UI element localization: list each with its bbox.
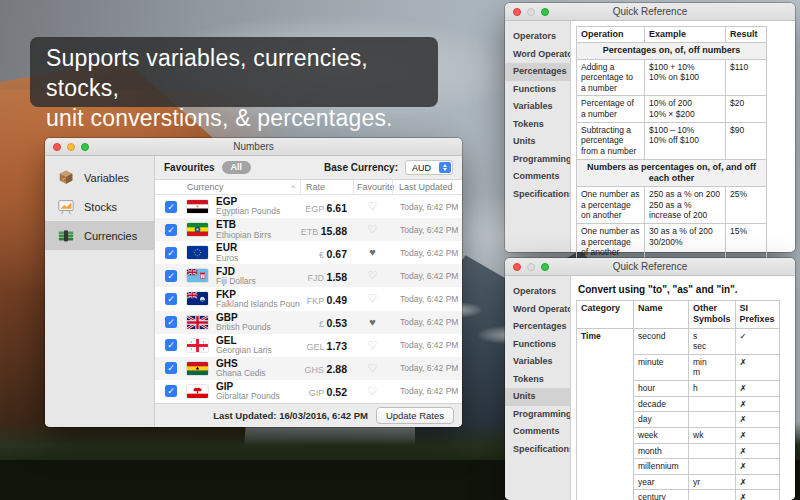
cell-si: ✗ [735, 490, 779, 500]
close-button[interactable] [513, 8, 521, 16]
zoom-button[interactable] [541, 263, 549, 271]
favourite-heart-icon[interactable]: ♡ [353, 201, 392, 212]
currency-row[interactable]: ✓ EUR Euros € 0.67 ♥ Today, 6:42 PM [155, 241, 462, 264]
currency-rate: FKP 0.49 [300, 290, 353, 308]
favourite-heart-icon[interactable]: ♡ [353, 340, 392, 351]
currency-row[interactable]: ✓ GEL Georgian Laris GEL 1.73 ♡ Today, 6… [155, 334, 462, 357]
minimize-button[interactable] [527, 8, 535, 16]
enabled-checkbox[interactable]: ✓ [165, 362, 177, 374]
cell-symbols [689, 459, 736, 475]
favourite-heart-icon[interactable]: ♡ [353, 363, 392, 374]
favourite-heart-icon[interactable]: ♥ [353, 247, 392, 258]
favourite-heart-icon[interactable]: ♡ [353, 386, 392, 397]
enabled-checkbox[interactable]: ✓ [165, 247, 177, 259]
rate-value: 1.58 [327, 271, 347, 283]
column-header-favourite[interactable]: Favourite [353, 180, 392, 194]
table-row: Timeseconds sec✓ [577, 328, 780, 354]
enabled-checkbox[interactable]: ✓ [165, 316, 177, 328]
numbers-main-pane: Favourites All Base Currency: AUD Curren… [155, 156, 462, 427]
numbers-titlebar[interactable]: Numbers [45, 138, 462, 156]
sidebar-item-units[interactable]: Units [505, 133, 570, 151]
base-currency-select[interactable]: AUD [405, 160, 453, 175]
sidebar-item-operators[interactable]: Operators [505, 28, 570, 46]
enabled-checkbox[interactable]: ✓ [165, 224, 177, 236]
sidebar-item-word-operators[interactable]: Word Operators [505, 46, 570, 64]
sidebar-item-tokens[interactable]: Tokens [505, 116, 570, 134]
window-title: Numbers [233, 141, 274, 152]
sidebar-item-units[interactable]: Units [505, 388, 570, 406]
currency-table-header: Currency ^ Rate Favourite Last Updated [155, 180, 462, 195]
sidebar-item-variables[interactable]: C Variables [45, 163, 154, 192]
currency-name: Ethiopian Birrs [216, 231, 300, 241]
sidebar-item-functions[interactable]: Functions [505, 81, 570, 99]
stepper-arrows-icon[interactable] [439, 162, 451, 173]
close-button[interactable] [513, 263, 521, 271]
favourite-heart-icon[interactable]: ♡ [353, 270, 392, 281]
sidebar-item-currencies[interactable]: Currencies [45, 221, 154, 250]
sidebar-item-specifications[interactable]: Specifications [505, 441, 570, 459]
qr-bottom-titlebar[interactable]: Quick Reference [505, 258, 795, 276]
sidebar-item-functions[interactable]: Functions [505, 336, 570, 354]
close-button[interactable] [53, 143, 61, 151]
cell-symbols: wk [689, 427, 736, 443]
table-row: Subtracting a percentage from a number$1… [577, 122, 767, 159]
column-header-last-updated[interactable]: Last Updated [392, 180, 462, 194]
sidebar-item-specifications[interactable]: Specifications [505, 186, 570, 204]
column-header-rate[interactable]: Rate [300, 180, 353, 194]
qr-top-titlebar[interactable]: Quick Reference [505, 3, 795, 21]
cell-name: month [634, 443, 689, 459]
enabled-checkbox[interactable]: ✓ [165, 270, 177, 282]
favourites-filter-button[interactable]: Favourites [164, 162, 215, 173]
enabled-checkbox[interactable]: ✓ [165, 293, 177, 305]
cell-symbols [689, 396, 736, 412]
sidebar-item-programming[interactable]: Programming [505, 151, 570, 169]
enabled-checkbox[interactable]: ✓ [165, 385, 177, 397]
cell-result: $90 [726, 122, 767, 159]
sidebar-item-stocks[interactable]: Stocks [45, 192, 154, 221]
units-reference-table: Category Name Other Symbols SI Prefixes … [576, 300, 780, 500]
sidebar-item-comments[interactable]: Comments [505, 423, 570, 441]
currency-row[interactable]: ✓ GHS Ghana Cedis GHS 2.88 ♡ Today, 6:42… [155, 357, 462, 380]
sidebar-item-word-operators[interactable]: Word Operators [505, 301, 570, 319]
currency-row[interactable]: ✓ ETB Ethiopian Birrs ETB 15.88 ♡ Today,… [155, 218, 462, 241]
cell-operation: Percentage of a number [577, 96, 645, 122]
sidebar-item-operators[interactable]: Operators [505, 283, 570, 301]
sidebar-item-tokens[interactable]: Tokens [505, 371, 570, 389]
currency-row[interactable]: ✓ GBP British Pounds £ 0.53 ♥ Today, 6:4… [155, 311, 462, 334]
cell-result: 15% [726, 223, 767, 260]
favourite-heart-icon[interactable]: ♥ [353, 317, 392, 328]
zoom-button[interactable] [541, 8, 549, 16]
sidebar-item-programming[interactable]: Programming [505, 406, 570, 424]
currency-code: ETB [216, 219, 300, 230]
currency-row[interactable]: ✓ GIP Gibraltar Pounds GIP 0.52 ♡ Today,… [155, 380, 462, 403]
sidebar-item-percentages[interactable]: Percentages [505, 318, 570, 336]
favourite-heart-icon[interactable]: ♡ [353, 224, 392, 235]
rate-value: 0.52 [327, 386, 347, 398]
enabled-checkbox[interactable]: ✓ [165, 201, 177, 213]
table-row: One number as a percentage of another30 … [577, 223, 767, 260]
sidebar-item-percentages[interactable]: Percentages [505, 63, 570, 81]
all-filter-button[interactable]: All [222, 161, 252, 174]
currency-row[interactable]: ✓ EGP Egyptian Pounds EGP 6.61 ♡ Today, … [155, 195, 462, 218]
zoom-button[interactable] [81, 143, 89, 151]
favourite-heart-icon[interactable]: ♡ [353, 293, 392, 304]
row-last-updated: Today, 6:42 PM [392, 317, 462, 327]
minimize-button[interactable] [527, 263, 535, 271]
column-header-currency[interactable]: Currency ^ [155, 180, 300, 194]
rate-prefix: £ [319, 319, 327, 329]
cell-si: ✗ [735, 474, 779, 490]
enabled-checkbox[interactable]: ✓ [165, 339, 177, 351]
currency-rate: GIP 0.52 [300, 382, 353, 400]
sidebar-item-comments[interactable]: Comments [505, 168, 570, 186]
currency-name: Falkland Islands Pounds [216, 300, 300, 310]
sidebar-item-variables[interactable]: Variables [505, 353, 570, 371]
flag-ghana [187, 362, 208, 375]
minimize-button[interactable] [67, 143, 75, 151]
update-rates-button[interactable]: Update Rates [376, 407, 454, 424]
cell-name: day [634, 412, 689, 428]
currency-name: Georgian Laris [216, 346, 300, 356]
currency-row[interactable]: ✓ FJD Fiji Dollars FJD 1.58 ♡ Today, 6:4… [155, 264, 462, 287]
sidebar-item-variables[interactable]: Variables [505, 98, 570, 116]
currency-name: Gibraltar Pounds [216, 392, 300, 402]
currency-row[interactable]: ✓ FKP Falkland Islands Pounds FKP 0.49 ♡… [155, 287, 462, 310]
